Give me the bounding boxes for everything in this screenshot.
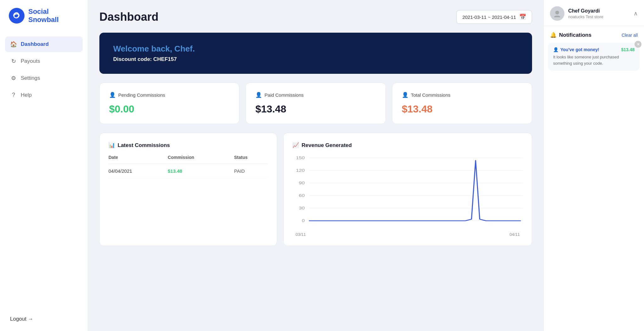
sidebar-label-settings: Settings	[21, 75, 40, 81]
help-icon: ?	[10, 92, 17, 98]
clear-all-button[interactable]: Clear all	[622, 33, 638, 38]
sidebar-label-dashboard: Dashboard	[21, 41, 49, 47]
col-date: Date	[108, 155, 168, 164]
user-store: noatucks Test store	[568, 14, 603, 19]
payouts-icon: ↻	[10, 58, 17, 65]
discount-prefix: Discount code:	[113, 56, 152, 62]
sidebar-item-settings[interactable]: ⚙ Settings	[5, 70, 83, 86]
chart-icon: 📊	[108, 142, 115, 149]
user-name: Chef Goyardi	[568, 8, 603, 14]
cell-status: PAID	[234, 164, 268, 178]
welcome-banner: Welcome back, Chef. Discount code: CHEF1…	[99, 33, 532, 74]
calendar-icon: 📅	[519, 14, 526, 20]
chart-svg: 150 120 90 60 30 0	[292, 155, 523, 230]
stat-value-total: $13.48	[402, 103, 522, 115]
stat-label-total: 👤 Total Commissions	[402, 92, 522, 98]
revenue-card-title: 📈 Revenue Generated	[292, 142, 523, 149]
cell-date: 04/04/2021	[108, 164, 168, 178]
notification-title-text: 👤 You've got money!	[553, 47, 599, 52]
commissions-table: Date Commission Status 04/04/2021 $13.48…	[108, 155, 268, 178]
user-details: Chef Goyardi noatucks Test store	[568, 8, 603, 19]
sidebar-item-payouts[interactable]: ↻ Payouts	[5, 53, 83, 69]
logo-text: Social Snowball	[28, 8, 79, 24]
svg-point-13	[555, 11, 559, 14]
main-header: Dashboard 2021-03-11 ~ 2021-04-11 📅	[99, 10, 532, 24]
avatar	[550, 6, 564, 21]
notification-item: ✕ 👤 You've got money! $13.48 It looks li…	[548, 43, 640, 71]
svg-text:90: 90	[299, 181, 305, 185]
settings-icon: ⚙	[10, 75, 17, 82]
commissions-card-title: 📊 Latest Commissions	[108, 142, 268, 149]
discount-code: CHEF157	[153, 56, 177, 62]
notifications-header: 🔔 Notifications Clear all	[544, 26, 644, 43]
date-range-picker[interactable]: 2021-03-11 ~ 2021-04-11 📅	[456, 10, 532, 24]
svg-text:120: 120	[296, 168, 305, 173]
logout-button[interactable]: Logout →	[0, 307, 88, 331]
logout-label: Logout →	[10, 316, 33, 322]
sidebar-nav: 🏠 Dashboard ↻ Payouts ⚙ Settings ? Help	[0, 36, 88, 307]
stat-value-paid: $13.48	[255, 103, 376, 115]
svg-text:60: 60	[299, 193, 305, 198]
sidebar-label-payouts: Payouts	[21, 58, 40, 64]
latest-commissions-card: 📊 Latest Commissions Date Commission Sta…	[99, 133, 277, 246]
chart-label-start: 03/11	[296, 232, 306, 237]
chart-label-end: 04/11	[509, 232, 520, 237]
col-status: Status	[234, 155, 268, 164]
svg-text:30: 30	[299, 206, 305, 210]
svg-text:150: 150	[296, 155, 305, 160]
home-icon: 🏠	[10, 41, 17, 48]
stat-card-total: 👤 Total Commissions $13.48	[392, 83, 532, 124]
stat-card-pending: 👤 Pending Commissions $0.00	[99, 83, 239, 124]
total-icon: 👤	[402, 92, 408, 98]
chevron-up-icon[interactable]: ∧	[634, 10, 638, 17]
page-title: Dashboard	[99, 10, 158, 24]
bell-icon: 🔔	[550, 32, 557, 38]
welcome-code: Discount code: CHEF157	[113, 56, 518, 62]
cell-commission: $13.48	[168, 164, 234, 178]
revenue-card: 📈 Revenue Generated 150 120 90 60	[283, 133, 532, 246]
close-notification-button[interactable]: ✕	[635, 41, 641, 48]
notification-amount: $13.48	[621, 47, 635, 52]
stat-value-pending: $0.00	[109, 103, 230, 115]
pending-icon: 👤	[109, 92, 116, 98]
paid-icon: 👤	[255, 92, 262, 98]
notification-top: 👤 You've got money! $13.48	[553, 47, 635, 52]
table-row: 04/04/2021 $13.48 PAID	[108, 164, 268, 178]
sidebar-item-dashboard[interactable]: 🏠 Dashboard	[5, 36, 83, 52]
stat-card-paid: 👤 Paid Commissions $13.48	[246, 83, 386, 124]
logo-icon	[9, 8, 25, 24]
main-content: Dashboard 2021-03-11 ~ 2021-04-11 📅 Welc…	[88, 0, 543, 331]
bottom-row: 📊 Latest Commissions Date Commission Sta…	[99, 133, 532, 246]
stat-label-pending: 👤 Pending Commissions	[109, 92, 230, 98]
right-panel: Chef Goyardi noatucks Test store ∧ 🔔 Not…	[543, 0, 644, 331]
sidebar-label-help: Help	[21, 92, 32, 98]
money-icon: 👤	[553, 47, 558, 52]
welcome-title: Welcome back, Chef.	[113, 44, 518, 54]
sidebar-item-help[interactable]: ? Help	[5, 87, 83, 103]
sidebar: Social Snowball 🏠 Dashboard ↻ Payouts ⚙ …	[0, 0, 88, 331]
user-header: Chef Goyardi noatucks Test store ∧	[544, 0, 644, 26]
revenue-chart: 150 120 90 60 30 0	[292, 155, 523, 230]
col-commission: Commission	[168, 155, 234, 164]
stat-label-paid: 👤 Paid Commissions	[255, 92, 376, 98]
stats-row: 👤 Pending Commissions $0.00 👤 Paid Commi…	[99, 83, 532, 124]
notification-body: It looks like someone just purchased som…	[553, 54, 635, 66]
notifications-list: ✕ 👤 You've got money! $13.48 It looks li…	[544, 43, 644, 74]
notifications-title: 🔔 Notifications	[550, 32, 591, 38]
svg-text:0: 0	[302, 218, 305, 223]
chart-x-labels: 03/11 04/11	[292, 232, 523, 237]
logo-area: Social Snowball	[0, 0, 88, 31]
revenue-icon: 📈	[292, 142, 299, 149]
date-range-text: 2021-03-11 ~ 2021-04-11	[462, 14, 516, 20]
user-info: Chef Goyardi noatucks Test store	[550, 6, 603, 21]
svg-point-0	[9, 8, 25, 24]
